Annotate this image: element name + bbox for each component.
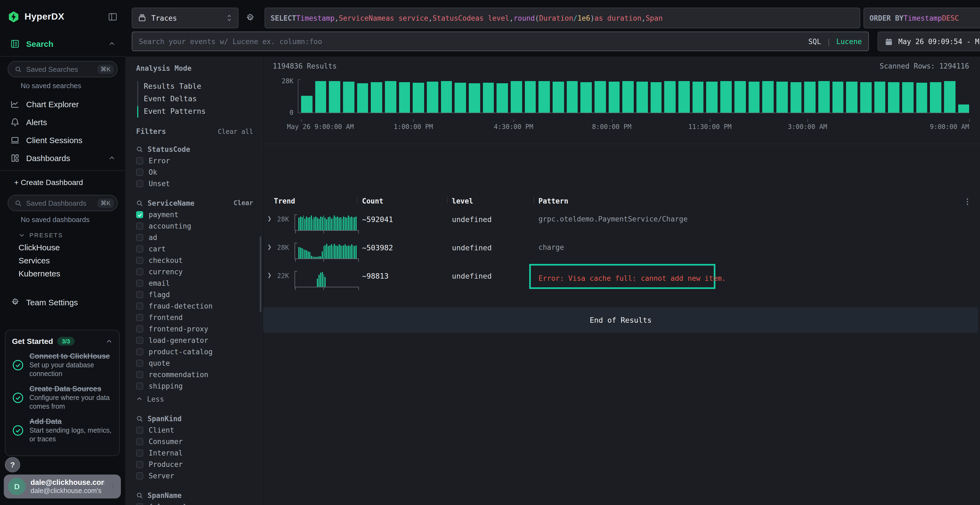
analysis-mode-results-table[interactable]: Results Table bbox=[137, 80, 256, 92]
onboarding-item[interactable]: Add DataStart sending logs, metrics, or … bbox=[12, 418, 113, 443]
onboarding-item[interactable]: Connect to ClickHouseSet up your databas… bbox=[12, 352, 113, 378]
source-select[interactable]: Traces bbox=[132, 8, 239, 28]
checkbox[interactable] bbox=[136, 222, 143, 230]
checkbox[interactable] bbox=[136, 314, 143, 321]
filter-option-producer[interactable]: Producer bbox=[136, 459, 256, 470]
onboarding-desc: Start sending logs, metrics, or traces bbox=[29, 426, 113, 443]
filter-option-client[interactable]: Client bbox=[136, 424, 256, 436]
filter-option-checkout[interactable]: checkout bbox=[136, 255, 256, 266]
sidebar-item-alerts[interactable]: Alerts bbox=[8, 113, 118, 131]
clear-all-filters-link[interactable]: Clear all bbox=[218, 128, 256, 135]
filter-option-product-catalog[interactable]: product-catalog bbox=[136, 346, 256, 357]
sql-mode-toggle[interactable]: SQL bbox=[808, 37, 821, 45]
chevron-up-icon[interactable] bbox=[108, 154, 115, 162]
filter-option-consumer[interactable]: Consumer bbox=[136, 436, 256, 447]
date-range-picker[interactable]: May 26 09:09:54 - May 27 09:09:54 bbox=[878, 32, 980, 51]
order-by-editor[interactable]: ORDER BY Timestamp DESC bbox=[864, 8, 980, 28]
source-settings-gear-icon[interactable] bbox=[245, 13, 255, 23]
chevron-up-icon[interactable] bbox=[108, 40, 115, 48]
sidebar-item-dashboards[interactable]: Dashboards bbox=[8, 149, 118, 167]
preset-clickhouse[interactable]: ClickHouse bbox=[8, 241, 118, 254]
checkbox[interactable] bbox=[136, 337, 143, 344]
filter-option-label: quote bbox=[149, 359, 170, 367]
checkbox[interactable] bbox=[136, 291, 143, 298]
show-less-toggle[interactable]: Less bbox=[136, 393, 256, 405]
filter-option-quote[interactable]: quote bbox=[136, 357, 256, 369]
help-button[interactable]: ? bbox=[5, 457, 20, 472]
checkbox[interactable] bbox=[136, 360, 143, 367]
checkbox[interactable] bbox=[136, 257, 143, 264]
filter-option-cart[interactable]: cart bbox=[136, 243, 256, 255]
checkbox[interactable] bbox=[136, 268, 143, 275]
preset-kubernetes[interactable]: Kubernetes bbox=[8, 267, 118, 280]
filter-option-email[interactable]: email bbox=[136, 278, 256, 289]
filter-option-currency[interactable]: currency bbox=[136, 266, 256, 278]
pattern-table-row[interactable]: ❯28K~592041undefinedgrpc.oteldemo.Paymen… bbox=[263, 211, 980, 240]
filter-option-payment[interactable]: payment bbox=[136, 209, 256, 221]
onboarding-desc: Set up your database connection bbox=[29, 361, 113, 378]
filter-option--closure-[interactable]: {closure} bbox=[136, 501, 256, 505]
filter-option-ok[interactable]: Ok bbox=[136, 167, 256, 178]
onboarding-item[interactable]: Create Data SourcesConfigure where your … bbox=[12, 385, 113, 411]
saved-dashboards-input[interactable]: Saved Dashboards ⌘K bbox=[8, 195, 118, 211]
checkbox[interactable] bbox=[136, 383, 143, 390]
presets-toggle[interactable]: PRESETS bbox=[8, 229, 118, 241]
sql-select-editor[interactable]: SELECT Timestamp, ServiceName as service… bbox=[265, 8, 860, 28]
checkbox[interactable] bbox=[136, 348, 143, 355]
filter-option-internal[interactable]: Internal bbox=[136, 447, 256, 459]
sidebar-item-chart-explorer[interactable]: Chart Explorer bbox=[8, 95, 118, 113]
checkbox-checked[interactable] bbox=[136, 211, 143, 218]
checkbox[interactable] bbox=[136, 234, 143, 241]
filter-group-name: StatusCode bbox=[148, 145, 190, 153]
sidebar-item-client-sessions[interactable]: Client Sessions bbox=[8, 131, 118, 149]
row-expand-chevron-icon[interactable]: ❯ bbox=[267, 243, 272, 251]
sidebar-item-team-settings[interactable]: Team Settings bbox=[8, 293, 118, 311]
checkbox[interactable] bbox=[136, 245, 143, 252]
analysis-mode-event-deltas[interactable]: Event Deltas bbox=[137, 92, 256, 105]
filter-option-shipping[interactable]: shipping bbox=[136, 380, 256, 392]
user-menu[interactable]: D dale@clickhouse.com dale@clickhouse.co… bbox=[4, 475, 121, 499]
filter-option-accounting[interactable]: accounting bbox=[136, 221, 256, 232]
pattern-table-row[interactable]: ❯28K~503982undefinedcharge bbox=[263, 240, 980, 268]
filter-option-error[interactable]: Error bbox=[136, 155, 256, 167]
filter-option-frontend-proxy[interactable]: frontend-proxy bbox=[136, 323, 256, 335]
row-expand-chevron-icon[interactable]: ❯ bbox=[267, 214, 272, 222]
checkbox[interactable] bbox=[136, 449, 143, 457]
saved-searches-input[interactable]: Saved Searches ⌘K bbox=[8, 61, 118, 77]
filters-scrollbar[interactable] bbox=[260, 236, 261, 312]
filter-option-server[interactable]: Server bbox=[136, 470, 256, 481]
lucene-mode-toggle[interactable]: Lucene bbox=[836, 37, 862, 45]
sidebar-item-search[interactable]: Search bbox=[8, 35, 118, 53]
checkbox[interactable] bbox=[136, 371, 143, 378]
filter-option-recommendation[interactable]: recommendation bbox=[136, 369, 256, 380]
filter-option-fraud-detection[interactable]: fraud-detection bbox=[136, 300, 256, 312]
checkbox[interactable] bbox=[136, 326, 143, 332]
chevron-up-icon[interactable] bbox=[106, 338, 113, 345]
checkbox[interactable] bbox=[136, 280, 143, 287]
filter-option-frontend[interactable]: frontend bbox=[136, 312, 256, 323]
filter-option-flagd[interactable]: flagd bbox=[136, 289, 256, 300]
filter-option-unset[interactable]: Unset bbox=[136, 178, 256, 189]
preset-services[interactable]: Services bbox=[8, 254, 118, 267]
search-input[interactable]: Search your events w/ Lucene ex. column:… bbox=[132, 32, 869, 51]
filter-option-ad[interactable]: ad bbox=[136, 232, 256, 243]
checkbox[interactable] bbox=[136, 503, 143, 505]
clear-filter-link[interactable]: Clear bbox=[234, 199, 256, 207]
checkbox[interactable] bbox=[136, 157, 143, 164]
checkbox[interactable] bbox=[136, 427, 143, 434]
checkbox[interactable] bbox=[136, 169, 143, 176]
checkbox[interactable] bbox=[136, 438, 143, 445]
dashboard-grid-icon bbox=[10, 154, 20, 163]
checkbox[interactable] bbox=[136, 461, 143, 468]
analysis-mode-event-patterns[interactable]: Event Patterns bbox=[137, 105, 256, 118]
filter-option-load-generator[interactable]: load-generator bbox=[136, 335, 256, 346]
checkbox[interactable] bbox=[136, 303, 143, 310]
checkbox[interactable] bbox=[136, 180, 143, 187]
sidebar-collapse-icon[interactable] bbox=[108, 12, 118, 22]
pattern-table-row[interactable]: ❯22K~98813undefinedError: Visa cache ful… bbox=[263, 268, 980, 296]
row-expand-chevron-icon[interactable]: ❯ bbox=[267, 271, 272, 279]
trend-sparkline bbox=[294, 213, 359, 235]
table-options-kebab-icon[interactable]: ⋮ bbox=[964, 197, 971, 206]
checkbox[interactable] bbox=[136, 472, 143, 480]
create-dashboard-button[interactable]: + Create Dashboard bbox=[8, 174, 118, 191]
